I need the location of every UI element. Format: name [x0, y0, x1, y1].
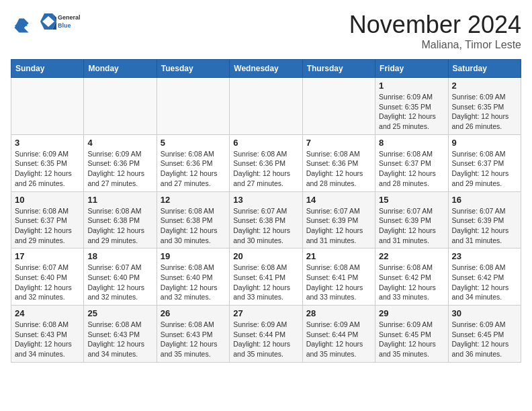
calendar-cell: 10Sunrise: 6:08 AM Sunset: 6:37 PM Dayli… [11, 191, 84, 248]
day-number: 6 [233, 138, 298, 148]
day-info: Sunrise: 6:08 AM Sunset: 6:38 PM Dayligh… [161, 206, 226, 246]
calendar-cell: 19Sunrise: 6:08 AM Sunset: 6:40 PM Dayli… [157, 248, 229, 306]
calendar-cell: 15Sunrise: 6:07 AM Sunset: 6:39 PM Dayli… [375, 191, 448, 248]
calendar-cell [157, 78, 229, 135]
day-info: Sunrise: 6:07 AM Sunset: 6:39 PM Dayligh… [306, 206, 371, 246]
calendar-cell [230, 78, 302, 135]
weekday-header: Friday [375, 60, 448, 78]
day-info: Sunrise: 6:09 AM Sunset: 6:44 PM Dayligh… [233, 320, 298, 359]
day-info: Sunrise: 6:08 AM Sunset: 6:43 PM Dayligh… [87, 320, 152, 359]
day-info: Sunrise: 6:07 AM Sunset: 6:40 PM Dayligh… [87, 263, 152, 302]
day-number: 13 [233, 195, 298, 205]
weekday-header: Sunday [11, 60, 84, 78]
calendar-cell: 2Sunrise: 6:09 AM Sunset: 6:35 PM Daylig… [448, 78, 521, 135]
logo-icon [11, 15, 30, 34]
weekday-header: Tuesday [157, 60, 229, 78]
calendar-table: SundayMondayTuesdayWednesdayThursdayFrid… [11, 59, 521, 363]
title-block: November 2024 Maliana, Timor Leste [349, 11, 521, 51]
day-info: Sunrise: 6:08 AM Sunset: 6:37 PM Dayligh… [379, 149, 444, 189]
calendar-cell: 6Sunrise: 6:08 AM Sunset: 6:36 PM Daylig… [230, 134, 302, 191]
calendar-cell: 25Sunrise: 6:08 AM Sunset: 6:43 PM Dayli… [84, 306, 157, 363]
day-number: 15 [379, 195, 444, 205]
page-header: General Blue November 2024 Maliana, Timo… [11, 11, 521, 51]
day-number: 18 [87, 251, 152, 261]
day-number: 27 [233, 308, 298, 318]
day-info: Sunrise: 6:09 AM Sunset: 6:36 PM Dayligh… [87, 149, 152, 189]
calendar-cell: 23Sunrise: 6:08 AM Sunset: 6:42 PM Dayli… [448, 248, 521, 306]
day-number: 9 [452, 138, 517, 148]
calendar-cell: 28Sunrise: 6:09 AM Sunset: 6:44 PM Dayli… [302, 306, 375, 363]
day-info: Sunrise: 6:08 AM Sunset: 6:37 PM Dayligh… [15, 206, 80, 246]
calendar-cell: 30Sunrise: 6:09 AM Sunset: 6:45 PM Dayli… [448, 306, 521, 363]
day-info: Sunrise: 6:07 AM Sunset: 6:39 PM Dayligh… [452, 206, 517, 246]
calendar-cell [302, 78, 375, 135]
day-info: Sunrise: 6:09 AM Sunset: 6:35 PM Dayligh… [452, 92, 517, 132]
svg-text:Blue: Blue [58, 22, 71, 29]
calendar-cell: 3Sunrise: 6:09 AM Sunset: 6:35 PM Daylig… [11, 134, 84, 191]
day-info: Sunrise: 6:08 AM Sunset: 6:41 PM Dayligh… [306, 263, 371, 302]
day-number: 20 [233, 251, 298, 261]
day-info: Sunrise: 6:09 AM Sunset: 6:35 PM Dayligh… [15, 149, 80, 189]
weekday-header: Saturday [448, 60, 521, 78]
day-number: 1 [379, 81, 444, 91]
day-info: Sunrise: 6:08 AM Sunset: 6:42 PM Dayligh… [379, 263, 444, 302]
day-number: 10 [15, 195, 80, 205]
day-number: 11 [87, 195, 152, 205]
day-info: Sunrise: 6:08 AM Sunset: 6:40 PM Dayligh… [161, 263, 226, 302]
logo: General Blue [11, 11, 93, 38]
day-info: Sunrise: 6:08 AM Sunset: 6:43 PM Dayligh… [15, 320, 80, 359]
day-number: 5 [161, 138, 226, 148]
day-info: Sunrise: 6:09 AM Sunset: 6:44 PM Dayligh… [306, 320, 371, 359]
day-number: 23 [452, 251, 517, 261]
day-info: Sunrise: 6:08 AM Sunset: 6:43 PM Dayligh… [161, 320, 226, 359]
calendar-cell: 16Sunrise: 6:07 AM Sunset: 6:39 PM Dayli… [448, 191, 521, 248]
day-number: 14 [306, 195, 371, 205]
calendar-week-row: 1Sunrise: 6:09 AM Sunset: 6:35 PM Daylig… [11, 78, 521, 135]
calendar-cell: 1Sunrise: 6:09 AM Sunset: 6:35 PM Daylig… [375, 78, 448, 135]
weekday-header: Thursday [302, 60, 375, 78]
day-number: 21 [306, 251, 371, 261]
day-info: Sunrise: 6:08 AM Sunset: 6:38 PM Dayligh… [87, 206, 152, 246]
calendar-cell: 4Sunrise: 6:09 AM Sunset: 6:36 PM Daylig… [84, 134, 157, 191]
day-number: 8 [379, 138, 444, 148]
calendar-cell: 22Sunrise: 6:08 AM Sunset: 6:42 PM Dayli… [375, 248, 448, 306]
calendar-cell: 5Sunrise: 6:08 AM Sunset: 6:36 PM Daylig… [157, 134, 229, 191]
calendar-week-row: 3Sunrise: 6:09 AM Sunset: 6:35 PM Daylig… [11, 134, 521, 191]
day-number: 19 [161, 251, 226, 261]
calendar-cell: 17Sunrise: 6:07 AM Sunset: 6:40 PM Dayli… [11, 248, 84, 306]
calendar-cell: 21Sunrise: 6:08 AM Sunset: 6:41 PM Dayli… [302, 248, 375, 306]
day-info: Sunrise: 6:08 AM Sunset: 6:36 PM Dayligh… [161, 149, 226, 189]
day-info: Sunrise: 6:09 AM Sunset: 6:45 PM Dayligh… [452, 320, 517, 359]
day-number: 4 [87, 138, 152, 148]
calendar-cell [84, 78, 157, 135]
day-info: Sunrise: 6:08 AM Sunset: 6:37 PM Dayligh… [452, 149, 517, 189]
day-number: 28 [306, 308, 371, 318]
day-number: 25 [87, 308, 152, 318]
day-info: Sunrise: 6:07 AM Sunset: 6:40 PM Dayligh… [15, 263, 80, 302]
day-number: 16 [452, 195, 517, 205]
day-number: 3 [15, 138, 80, 148]
calendar-week-row: 24Sunrise: 6:08 AM Sunset: 6:43 PM Dayli… [11, 306, 521, 363]
day-info: Sunrise: 6:08 AM Sunset: 6:42 PM Dayligh… [452, 263, 517, 302]
day-number: 22 [379, 251, 444, 261]
day-info: Sunrise: 6:08 AM Sunset: 6:36 PM Dayligh… [233, 149, 298, 189]
calendar-cell: 7Sunrise: 6:08 AM Sunset: 6:36 PM Daylig… [302, 134, 375, 191]
calendar-cell: 11Sunrise: 6:08 AM Sunset: 6:38 PM Dayli… [84, 191, 157, 248]
day-info: Sunrise: 6:07 AM Sunset: 6:39 PM Dayligh… [379, 206, 444, 246]
day-number: 17 [15, 251, 80, 261]
calendar-cell: 18Sunrise: 6:07 AM Sunset: 6:40 PM Dayli… [84, 248, 157, 306]
day-info: Sunrise: 6:09 AM Sunset: 6:45 PM Dayligh… [379, 320, 444, 359]
weekday-header: Wednesday [230, 60, 302, 78]
weekday-header-row: SundayMondayTuesdayWednesdayThursdayFrid… [11, 60, 521, 78]
calendar-cell: 12Sunrise: 6:08 AM Sunset: 6:38 PM Dayli… [157, 191, 229, 248]
day-number: 30 [452, 308, 517, 318]
logo-svg: General Blue [32, 11, 93, 35]
location: Maliana, Timor Leste [349, 39, 521, 51]
calendar-cell: 8Sunrise: 6:08 AM Sunset: 6:37 PM Daylig… [375, 134, 448, 191]
day-number: 26 [161, 308, 226, 318]
calendar-cell: 20Sunrise: 6:08 AM Sunset: 6:41 PM Dayli… [230, 248, 302, 306]
day-info: Sunrise: 6:07 AM Sunset: 6:38 PM Dayligh… [233, 206, 298, 246]
day-number: 7 [306, 138, 371, 148]
calendar-week-row: 17Sunrise: 6:07 AM Sunset: 6:40 PM Dayli… [11, 248, 521, 306]
day-number: 12 [161, 195, 226, 205]
